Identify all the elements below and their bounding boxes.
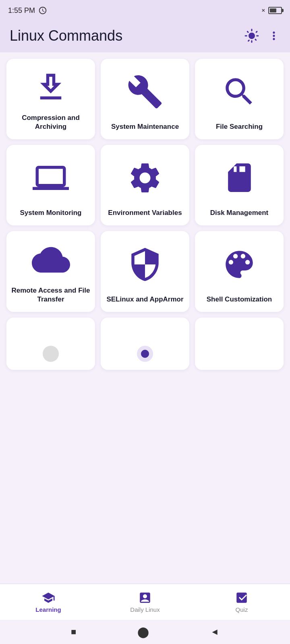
main-content: Compression and Archiving System Mainten… (0, 52, 290, 440)
quiz-nav-icon (235, 591, 249, 605)
remote-access-label: Remote Access and File Transfer (11, 286, 90, 304)
system-maintenance-label: System Maintenance (111, 122, 179, 131)
app-title: Linux Commands (10, 27, 122, 44)
gear-icon-container (127, 155, 163, 201)
nav-item-learning[interactable]: Learning (0, 584, 97, 620)
nav-item-quiz[interactable]: Quiz (193, 584, 290, 620)
category-card-file-searching[interactable]: File Searching (195, 59, 284, 139)
bottom-nav: Learning Daily Linux Quiz (0, 584, 290, 620)
category-card-system-maintenance[interactable]: System Maintenance (101, 59, 189, 139)
header-actions (244, 28, 280, 43)
palette-icon-container (221, 241, 257, 288)
partial-row (6, 318, 284, 370)
env-variables-label: Environment Variables (108, 208, 182, 217)
system-nav-bar: ■ ⬤ ◄ (0, 620, 290, 644)
category-card-env-variables[interactable]: Environment Variables (101, 145, 189, 225)
search-icon (221, 74, 257, 110)
shield-icon-container (127, 241, 163, 288)
cloud-icon-container (32, 241, 70, 279)
partial-card-1[interactable] (6, 318, 95, 370)
gear-icon (127, 160, 163, 196)
monitor-icon (33, 160, 69, 196)
file-searching-label: File Searching (216, 122, 263, 131)
compression-label: Compression and Archiving (11, 114, 90, 131)
alarm-icon (38, 6, 47, 15)
status-bar: 1:55 PM ✕ (0, 0, 290, 21)
selinux-label: SELinux and AppArmor (106, 295, 183, 304)
home-button[interactable]: ⬤ (137, 626, 149, 638)
brightness-icon[interactable] (244, 28, 259, 43)
category-card-system-monitoring[interactable]: System Monitoring (6, 145, 95, 225)
more-options-icon[interactable] (267, 29, 280, 42)
quiz-nav-label: Quiz (236, 606, 248, 613)
status-icons: ✕ (261, 7, 282, 14)
search-icon-container (221, 68, 257, 115)
category-grid-row1: Compression and Archiving System Mainten… (6, 59, 284, 139)
cloud-icon (32, 241, 70, 279)
category-grid-row3: Remote Access and File Transfer SELinux … (6, 231, 284, 312)
category-card-remote-access[interactable]: Remote Access and File Transfer (6, 231, 95, 312)
category-card-compression[interactable]: Compression and Archiving (6, 59, 95, 139)
app-header: Linux Commands (0, 21, 290, 52)
disk-management-label: Disk Management (210, 208, 269, 217)
monitor-icon-container (33, 155, 69, 201)
system-monitoring-label: System Monitoring (20, 208, 81, 217)
daily-linux-nav-label: Daily Linux (130, 606, 160, 613)
partial-card-3[interactable] (195, 318, 284, 370)
download-icon-container (33, 68, 69, 106)
category-grid-row2: System Monitoring Environment Variables … (6, 145, 284, 225)
category-card-selinux[interactable]: SELinux and AppArmor (101, 231, 189, 312)
wrench-icon (127, 74, 163, 110)
back-button[interactable]: ◄ (210, 627, 219, 637)
daily-linux-nav-icon (138, 591, 152, 605)
learning-nav-icon (41, 591, 55, 605)
learning-nav-label: Learning (35, 606, 61, 613)
palette-icon (221, 246, 257, 283)
shield-icon (127, 246, 163, 283)
category-card-shell-customization[interactable]: Shell Customization (195, 231, 284, 312)
stop-button[interactable]: ■ (71, 627, 76, 637)
category-card-disk-management[interactable]: Disk Management (195, 145, 284, 225)
download-icon (33, 69, 69, 105)
time-text: 1:55 PM (8, 6, 35, 15)
nav-item-daily-linux[interactable]: Daily Linux (97, 584, 193, 620)
sdcard-icon-container (222, 155, 257, 201)
sdcard-icon (222, 161, 257, 195)
battery-fill (270, 8, 276, 12)
battery-indicator (268, 7, 282, 14)
status-time: 1:55 PM (8, 6, 47, 15)
shell-customization-label: Shell Customization (207, 295, 272, 304)
partial-card-2[interactable] (101, 318, 189, 370)
wrench-icon-container (127, 68, 163, 115)
battery-x-icon: ✕ (261, 8, 265, 13)
